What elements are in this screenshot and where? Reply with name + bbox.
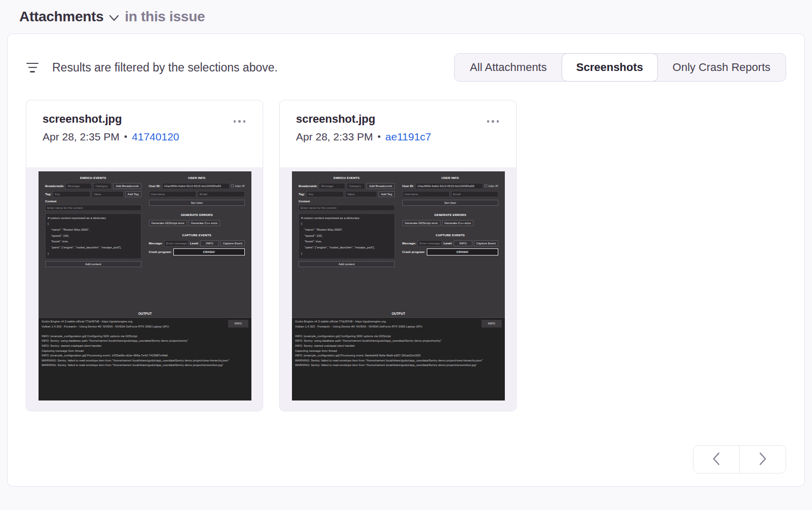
log-line: INFO: [example_configuration.gd] Process… [42, 353, 248, 358]
previous-page-button[interactable] [693, 446, 740, 473]
mini-username-input: Username [402, 191, 450, 197]
log-line: INFO: [example_configuration.gd] Configu… [42, 334, 248, 339]
mini-message-input: Message [65, 183, 92, 189]
mini-cpp-error-button: Generate C++ error [442, 220, 473, 226]
mini-crash-label: Crash program: [149, 250, 172, 253]
mini-message-input: Message [319, 183, 345, 189]
mini-user-id-input: 14ac686b-6a6d-42c3-6515-bb130f083a59 [162, 183, 230, 189]
mini-user-id-label: User ID: [149, 185, 161, 188]
mini-capture-event-button: Capture Event [474, 240, 498, 246]
chevron-right-icon [759, 452, 767, 467]
mini-generate-errors-title: GENERATE ERRORS [402, 212, 499, 217]
attachment-card: screenshot.jpg Apr 28, 2:33 PM • ae1191c… [279, 100, 516, 411]
log-line: WARNING: Sentry: failed to read envelope… [295, 363, 502, 368]
mini-context-name-input: Enter name for the context [45, 205, 141, 211]
mini-log-level-dropdown: INFO [482, 320, 502, 327]
pagination [693, 445, 786, 473]
mini-app-panels: ENRICH EVENTS Breadcrumb: Message Catego… [39, 171, 251, 309]
card-overflow-menu-button[interactable] [486, 113, 500, 128]
log-line: INFO: Sentry: started crashpad client ha… [295, 344, 502, 349]
log-line: Capturing message from thread [295, 349, 502, 354]
mini-level-dropdown: INFO [200, 240, 218, 246]
attachment-thumbnail[interactable]: ENRICH EVENTS Breadcrumb: Message Catego… [26, 167, 263, 411]
tab-only-crash-reports[interactable]: Only Crash Reports [657, 54, 786, 81]
mini-context-code: # custom context expressed as a dictiona… [299, 213, 395, 259]
mini-message-label: Message: [149, 242, 163, 245]
mini-key-input: Key [306, 191, 344, 197]
log-line: Capturing message from thread [42, 349, 248, 354]
attachment-card: screenshot.jpg Apr 28, 2:35 PM • 4174012… [26, 100, 263, 411]
attachments-panel: Results are filtered by the selections a… [7, 33, 805, 487]
mini-infer-ip-label: Infer IP [235, 185, 245, 188]
mini-user-id-input: 14ac686b-6a6d-42c3-6515-bb130f083a59 [416, 183, 483, 189]
event-id-link[interactable]: ae1191c7 [385, 131, 431, 143]
mini-log-level-dropdown: INFO [228, 320, 248, 327]
mini-infer-ip-checkbox [231, 185, 234, 187]
next-page-button[interactable] [740, 446, 786, 473]
mini-add-context-button: Add context [45, 261, 141, 267]
tab-screenshots[interactable]: Screenshots [562, 53, 658, 82]
mini-crash-button: CRASH! [427, 248, 498, 256]
mini-capture-event-button: Capture Event [220, 240, 245, 246]
mini-category-input: Category [93, 183, 112, 189]
mini-output-log: INFO Godot Engine v4.3.stable.official.7… [39, 317, 251, 400]
log-line: WARNING: Sentry: failed to read envelope… [295, 358, 502, 363]
mini-set-user-button: Set User [402, 200, 499, 206]
mini-output-title: OUTPUT [39, 309, 251, 317]
mini-cpp-error-button: Generate C++ error [189, 220, 220, 226]
log-line: WARNING: Sentry: failed to read envelope… [42, 363, 248, 368]
log-line: Godot Engine v4.3.stable.official.77dcf9… [42, 319, 248, 324]
mini-capture-events-title: CAPTURE EVENTS [149, 232, 245, 238]
page-header: Attachments in this issue [0, 0, 812, 33]
log-line: Vulkan 1.4.303 - Forward+ - Using Device… [295, 324, 502, 330]
filter-row: Results are filtered by the selections a… [26, 53, 786, 82]
event-id-link[interactable]: 41740120 [132, 131, 179, 143]
mini-tag-label: Tag: [45, 193, 51, 196]
mini-infer-ip-checkbox [485, 185, 487, 187]
mini-output-log: INFO Godot Engine v4.3.stable.official.7… [292, 317, 505, 400]
attachment-type-tabs: All Attachments Screenshots Only Crash R… [454, 53, 786, 82]
mini-add-breadcrumb-button: Add Breadcrumb [366, 183, 394, 189]
mini-gdscript-error-button: Generate GDScript error [402, 220, 440, 226]
mini-context-name-input: Enter name for the context [299, 205, 395, 211]
mini-user-column: USER INFO User ID: 14ac686b-6a6d-42c3-65… [149, 175, 245, 309]
attachment-date: Apr 28, 2:33 PM [296, 131, 373, 143]
page-title[interactable]: Attachments [19, 9, 103, 25]
mini-level-label: Level: [190, 242, 199, 245]
mini-capture-message-input: Enter message text [418, 240, 442, 246]
filter-lines-icon [26, 63, 39, 72]
mini-context-code: # custom context expressed as a dictiona… [45, 213, 141, 259]
log-line: INFO: Sentry: using database path "/home… [42, 339, 248, 344]
screenshot-preview: ENRICH EVENTS Breadcrumb: Message Catego… [292, 171, 505, 400]
card-overflow-menu-button[interactable] [233, 113, 247, 128]
mini-capture-events-title: CAPTURE EVENTS [402, 232, 499, 238]
log-line: INFO: Sentry: using database path "/home… [295, 339, 502, 344]
attachment-filename: screenshot.jpg [43, 113, 179, 126]
log-line: WARNING: Sentry: failed to read envelope… [42, 358, 248, 363]
mini-crash-label: Crash program: [402, 250, 425, 253]
mini-add-breadcrumb-button: Add Breadcrumb [113, 183, 141, 189]
attachment-card-list: screenshot.jpg Apr 28, 2:35 PM • 4174012… [26, 100, 786, 411]
mini-user-info-title: USER INFO [149, 175, 245, 180]
log-line: INFO: [example_configuration.gd] Configu… [295, 334, 502, 339]
mini-key-input: Key [53, 191, 90, 197]
mini-level-label: Level: [444, 242, 452, 245]
screenshot-preview: ENRICH EVENTS Breadcrumb: Message Catego… [39, 171, 251, 400]
log-line: Godot Engine v4.3.stable.official.77dcf9… [295, 319, 502, 324]
mini-enrich-title: ENRICH EVENTS [299, 175, 395, 180]
chevron-down-icon[interactable] [109, 15, 119, 21]
page-title-suffix: in this issue [125, 9, 205, 25]
mini-message-label: Message: [402, 242, 416, 245]
tab-all-attachments[interactable]: All Attachments [455, 54, 562, 81]
card-header: screenshot.jpg Apr 28, 2:33 PM • ae1191c… [280, 100, 516, 167]
attachment-thumbnail[interactable]: ENRICH EVENTS Breadcrumb: Message Catego… [280, 167, 516, 411]
mini-output-title: OUTPUT [292, 309, 505, 317]
mini-user-info-title: USER INFO [402, 175, 499, 180]
card-header: screenshot.jpg Apr 28, 2:35 PM • 4174012… [26, 100, 263, 167]
mini-breadcrumb-label: Breadcrumb: [45, 185, 64, 188]
mini-gdscript-error-button: Generate GDScript error [149, 220, 187, 226]
mini-crash-button: CRASH! [173, 248, 245, 256]
attachment-date: Apr 28, 2:35 PM [43, 131, 120, 143]
mini-tag-label: Tag: [299, 193, 305, 196]
mini-category-input: Category [347, 183, 365, 189]
